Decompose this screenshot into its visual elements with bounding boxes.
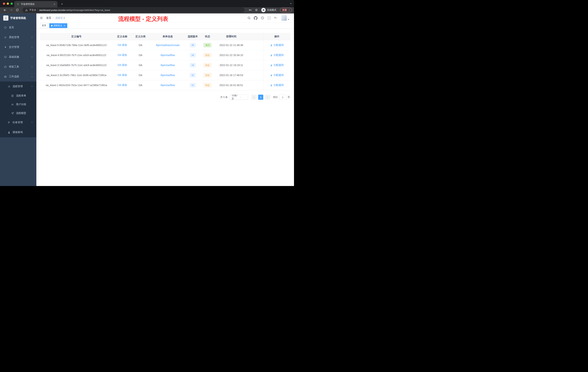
top-navbar: 首页 / 流程定义 ? (36, 13, 294, 22)
sidebar-item-task-management[interactable]: 任务管理 (0, 118, 36, 127)
search-icon[interactable] (247, 16, 251, 20)
key-icon[interactable] (248, 8, 252, 12)
sidebar-item-home[interactable]: 首页 (0, 22, 36, 33)
page-number-button[interactable]: 1 (258, 95, 263, 100)
window-controls (3, 2, 13, 5)
total-count-label: 共 5 条 (220, 96, 228, 99)
status-badge: 挂起 (203, 63, 211, 67)
workflow-submenu: 流程管理 流程表单 用户分组 流程模型 任务管理 (0, 82, 36, 137)
cell-deploy-time: 2022-01-16 17:46:53 (215, 70, 247, 80)
form-link[interactable]: /bpm/oa/flow (160, 84, 175, 87)
sidebar-item-label: 支付管理 (9, 45, 19, 49)
tabstrip-chevron-icon[interactable] (289, 2, 292, 5)
sidebar-item-label: 首页 (9, 26, 14, 29)
sidebar-item-user-group[interactable]: 用户分组 (0, 100, 36, 109)
status-badge: 激活 (203, 43, 211, 47)
form-link[interactable]: /bpm/oa/flow (160, 54, 175, 57)
table-row: oa_leave:3:1fad3d93-7b75-11ec-a3c8-acde4… (40, 60, 290, 70)
tag-home[interactable]: 首页 (40, 23, 48, 28)
sidebar-logo: 芋道管理系统 (0, 13, 36, 22)
assign-rule-link[interactable]: 分配规则 (270, 74, 284, 77)
user-menu[interactable]: ▼ (281, 15, 289, 21)
chevron-down-icon (31, 56, 33, 58)
send-icon (11, 112, 14, 115)
close-tag-icon[interactable] (63, 25, 65, 27)
browser-update-button[interactable]: 更新 (280, 8, 292, 12)
tags-view: 首页 流程定义 (36, 22, 294, 29)
definition-name-link[interactable]: OA 请假 (118, 54, 127, 57)
assign-rule-link[interactable]: 分配规则 (270, 64, 284, 67)
font-size-icon[interactable]: TT (274, 16, 278, 20)
goto-page-input[interactable] (279, 95, 286, 100)
address-bar[interactable]: 不安全 dashboard.yudao.iocoder.cn/bpm/manag… (22, 8, 244, 12)
new-tab-button[interactable] (60, 2, 64, 6)
page-size-select[interactable]: 10条/页 (230, 95, 248, 100)
sidebar-item-infrastructure[interactable]: 基础设施 (0, 52, 36, 62)
cell-definition-id: oa_leave:2:3c1f0ef1-76b1-11ec-9c66-a2380… (40, 70, 113, 80)
forward-icon[interactable] (9, 8, 13, 12)
caret-down-icon: ▼ (288, 19, 289, 21)
reload-icon[interactable] (15, 8, 20, 12)
breadcrumb-home[interactable]: 首页 (46, 16, 51, 20)
user-icon (270, 84, 273, 87)
app-title: 芋道管理系统 (10, 16, 26, 20)
sidebar-item-system[interactable]: 系统管理 (0, 33, 36, 42)
svg-text:T: T (274, 17, 276, 19)
version-badge: v4 (190, 53, 196, 57)
version-badge: v2 (190, 73, 196, 77)
seedling-favicon-icon (17, 3, 19, 6)
sidebar-item-process-model[interactable]: 流程模型 (0, 109, 36, 118)
sidebar-item-workflow[interactable]: 工作流程 (0, 72, 36, 82)
back-icon[interactable] (2, 8, 7, 12)
sidebar: 芋道管理系统 首页 系统管理 ¥ 支付管理 基础设施 (0, 13, 36, 186)
assign-rule-link[interactable]: 分配规则 (270, 84, 284, 87)
hamburger-icon[interactable] (36, 16, 46, 20)
browser-tab[interactable]: 芋道管理系统 (14, 1, 57, 7)
sidebar-item-process-form[interactable]: 流程表单 (0, 91, 36, 100)
cell-definition-id: oa_leave:1:482ec033-762a-11ec-8477-a2380… (40, 80, 113, 90)
url-host: dashboard.yudao.iocoder.cn (39, 9, 69, 11)
page-unit-label: 页 (288, 96, 290, 99)
chevron-down-icon (240, 96, 247, 98)
form-link[interactable]: /bpm/oa/flow (160, 74, 175, 77)
zoom-window-button[interactable] (10, 2, 13, 5)
sidebar-item-process-management[interactable]: 流程管理 (0, 82, 36, 91)
close-window-button[interactable] (3, 2, 5, 5)
table-row: oa_leave:2:3c1f0ef1-76b1-11ec-9c66-a2380… (40, 70, 290, 80)
minimize-window-button[interactable] (7, 2, 9, 5)
infrastructure-icon (4, 56, 7, 58)
assign-rule-link[interactable]: 分配规则 (270, 44, 284, 47)
close-tab-icon[interactable] (53, 3, 56, 5)
definition-name-link[interactable]: OA 请假 (118, 84, 127, 87)
help-icon[interactable]: ? (260, 16, 264, 20)
pagination: 共 5 条 10条/页 1 前往 (40, 95, 290, 100)
form-link[interactable]: /bpm/oa/leave/create (156, 44, 180, 47)
column-status: 状态 (200, 33, 215, 40)
bookmark-star-icon[interactable] (254, 8, 259, 12)
next-page-button[interactable] (265, 95, 270, 100)
definition-name-link[interactable]: OA 请假 (118, 74, 127, 77)
cell-category: OA (132, 80, 149, 90)
sidebar-item-leave-query[interactable]: 请假查询 (0, 127, 36, 137)
app-frame: 芋道管理系统 首页 系统管理 ¥ 支付管理 基础设施 (0, 13, 294, 186)
sidebar-item-label: 任务管理 (12, 121, 23, 124)
user-icon (8, 131, 10, 134)
gear-icon (4, 36, 7, 39)
sidebar-item-payment[interactable]: ¥ 支付管理 (0, 42, 36, 52)
version-badge: v1 (190, 83, 196, 87)
fullscreen-icon[interactable] (267, 16, 271, 20)
sidebar-item-dev-tools[interactable]: 研发工具 (0, 62, 36, 72)
sidebar-item-label: 工作流程 (9, 75, 19, 78)
sidebar-item-label: 流程管理 (12, 85, 23, 88)
security-label[interactable]: 不安全 (29, 9, 36, 12)
cell-definition-id: oa_leave:3:1fad3d93-7b75-11ec-a3c8-acde4… (40, 60, 113, 70)
prev-page-button[interactable] (251, 95, 257, 100)
definition-name-link[interactable]: OA 请假 (118, 64, 127, 67)
tag-process-definition[interactable]: 流程定义 (49, 23, 67, 28)
column-spacer (247, 33, 263, 40)
avatar[interactable] (281, 15, 287, 21)
definition-name-link[interactable]: OA 请假 (118, 44, 127, 47)
form-link[interactable]: /bpm/oa/flow (160, 64, 175, 67)
assign-rule-link[interactable]: 分配规则 (270, 54, 284, 57)
github-icon[interactable] (254, 16, 258, 20)
